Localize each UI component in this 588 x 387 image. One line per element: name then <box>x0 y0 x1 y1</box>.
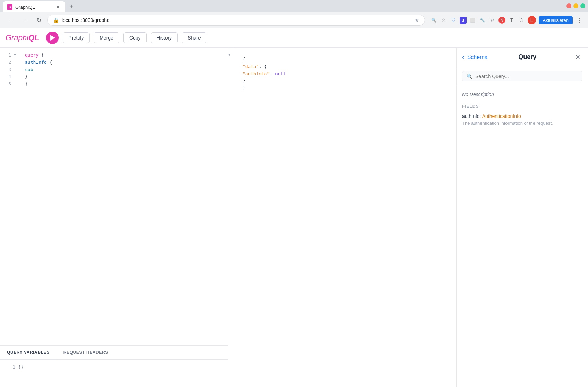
history-button[interactable]: History <box>151 32 178 43</box>
result-arrow: ▾ <box>228 48 234 387</box>
window-close[interactable] <box>566 3 571 8</box>
shield-icon[interactable]: 🛡 <box>450 17 457 24</box>
back-button[interactable]: ← <box>6 15 17 26</box>
reload-button[interactable]: ↻ <box>33 15 44 26</box>
schema-header: ‹ Schema Query ✕ <box>457 48 588 67</box>
share-button[interactable]: Share <box>182 32 206 43</box>
window-maximize[interactable] <box>580 3 585 8</box>
schema-content: No Description FIELDS authInfo: Authenti… <box>457 86 588 387</box>
variable-editor: QUERY VARIABLES REQUEST HEADERS 1 {} <box>0 345 228 387</box>
ext7-icon[interactable]: ⬡ <box>518 17 525 24</box>
update-button[interactable]: Aktualisieren <box>539 16 573 24</box>
browser-menu-button[interactable]: ⋮ <box>577 17 582 24</box>
result-section: ▾ { "data": { "authInfo": null } } <box>228 48 456 387</box>
field-description: The authentication information of the re… <box>462 121 582 126</box>
result-code: { "data": { "authInfo": null } } <box>238 52 452 96</box>
search-icon: 🔍 <box>467 74 472 79</box>
window-minimize[interactable] <box>573 3 578 8</box>
star-icon[interactable]: ☆ <box>440 17 447 24</box>
fields-label: FIELDS <box>462 104 582 109</box>
new-tab-button[interactable]: + <box>67 1 76 11</box>
ext1-icon[interactable]: u <box>460 17 467 24</box>
editor-section: 1 2 3 4 5 ▾ query { authInfo { sub } <box>0 48 228 387</box>
line-numbers: 1 2 3 4 5 <box>0 48 14 345</box>
execute-button[interactable] <box>46 32 59 44</box>
logo-graphi: Graphi <box>6 33 28 42</box>
play-icon <box>50 35 55 41</box>
main-content: 1 2 3 4 5 ▾ query { authInfo { sub } <box>0 48 588 387</box>
field-type-link[interactable]: AuthenticationInfo <box>482 113 521 119</box>
field-name: authInfo <box>462 113 480 119</box>
tab-close-button[interactable]: ✕ <box>55 4 61 10</box>
search-box[interactable]: 🔍 <box>462 71 582 81</box>
schema-panel-title: Query <box>518 53 542 61</box>
field-authinfo: authInfo <box>25 60 47 65</box>
field-item-authinfo: authInfo: AuthenticationInfo The authent… <box>462 113 582 126</box>
no-description-text: No Description <box>462 92 582 97</box>
url-bar[interactable]: 🔒 localhost:3000/graphql ★ <box>47 15 425 26</box>
tab-request-headers[interactable]: REQUEST HEADERS <box>57 346 115 359</box>
ext6-icon[interactable]: T <box>508 17 515 24</box>
variable-tabs: QUERY VARIABLES REQUEST HEADERS <box>0 346 228 360</box>
variable-code[interactable]: {} <box>18 364 24 371</box>
ext5-icon[interactable]: N <box>498 17 505 24</box>
logo-ql: QL <box>28 33 39 42</box>
var-line-numbers: 1 <box>4 364 18 371</box>
ext2-icon[interactable]: ⬜ <box>469 17 476 24</box>
result-pane: { "data": { "authInfo": null } } <box>234 48 456 387</box>
collapse-arrow[interactable]: ▾ <box>14 48 21 345</box>
tab-title: GraphiQL <box>15 5 52 10</box>
toolbar: GraphiQL Prettify Merge Copy History Sha… <box>0 28 588 48</box>
keyword-query: query <box>25 52 39 58</box>
ext3-icon[interactable]: 🔧 <box>479 17 486 24</box>
search-input[interactable] <box>475 74 578 79</box>
copy-button[interactable]: Copy <box>123 32 147 43</box>
tab-query-variables[interactable]: QUERY VARIABLES <box>0 346 57 359</box>
ext4-icon[interactable]: ⚙ <box>489 17 496 24</box>
schema-close-button[interactable]: ✕ <box>573 52 582 62</box>
browser-tab[interactable]: G GraphiQL ✕ <box>3 1 65 12</box>
forward-button[interactable]: → <box>19 15 31 26</box>
prettify-button[interactable]: Prettify <box>63 32 90 43</box>
query-code[interactable]: query { authInfo { sub } } <box>21 48 228 345</box>
graphiql-logo: GraphiQL <box>6 33 39 42</box>
query-editor[interactable]: 1 2 3 4 5 ▾ query { authInfo { sub } <box>0 48 228 345</box>
field-sub: sub <box>25 67 33 72</box>
browser-extension-icons: 🔍 ☆ 🛡 u ⬜ 🔧 ⚙ N T ⬡ L Aktualisieren ⋮ <box>431 16 582 24</box>
merge-button[interactable]: Merge <box>94 32 119 43</box>
url-text: localhost:3000/graphql <box>62 17 412 23</box>
schema-search-area: 🔍 <box>457 67 588 86</box>
graphiql-app: GraphiQL Prettify Merge Copy History Sha… <box>0 28 588 387</box>
schema-breadcrumb[interactable]: Schema <box>467 54 488 60</box>
user-avatar[interactable]: L <box>528 16 536 24</box>
schema-panel: ‹ Schema Query ✕ 🔍 No Description FIELDS… <box>456 48 588 387</box>
schema-back-icon[interactable]: ‹ <box>462 53 465 61</box>
variable-content[interactable]: 1 {} <box>0 360 228 387</box>
tab-favicon: G <box>7 4 12 10</box>
zoom-icon[interactable]: 🔍 <box>431 17 437 24</box>
